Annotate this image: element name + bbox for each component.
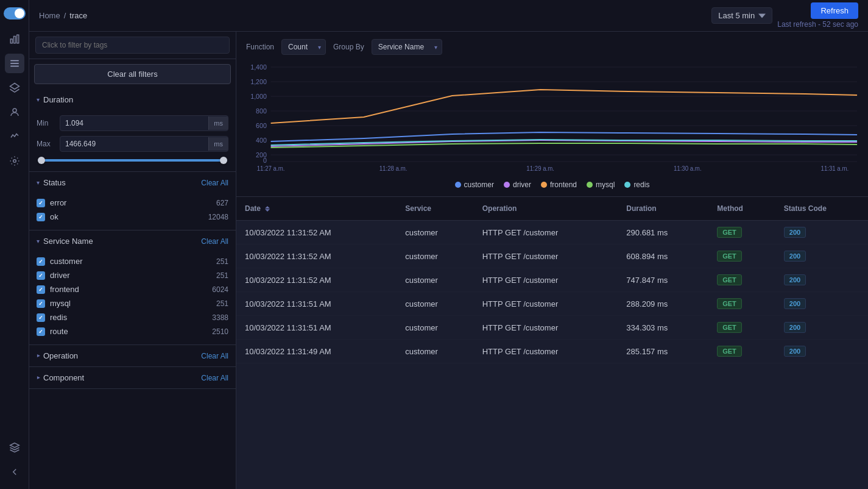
- slider-thumb-left[interactable]: [38, 157, 45, 164]
- duration-min-input[interactable]: [60, 116, 208, 130]
- component-label: Component: [43, 373, 84, 382]
- chart-svg-wrap: 1,400 1,200 1,000 800 600 400 200 0: [246, 62, 858, 177]
- filter-section-component-title: ▾ Component: [37, 373, 84, 382]
- refresh-button[interactable]: Refresh: [811, 2, 858, 19]
- cell-service: customer: [397, 340, 473, 363]
- slider-thumb-right[interactable]: [220, 157, 227, 164]
- breadcrumb-home[interactable]: Home: [39, 11, 60, 20]
- cell-service: customer: [397, 268, 473, 292]
- svg-point-8: [13, 160, 16, 163]
- tag-filter-input[interactable]: [35, 37, 230, 54]
- status-clear-button[interactable]: Clear All: [201, 179, 228, 187]
- col-method[interactable]: Method: [708, 197, 775, 221]
- cell-date: 10/03/2022 11:31:52 AM: [236, 245, 397, 268]
- status-item-error: error 627: [37, 196, 228, 210]
- filter-section-operation-header[interactable]: ▾ Operation Clear All: [29, 345, 236, 366]
- status-chevron-icon: ▾: [37, 179, 40, 186]
- time-selector[interactable]: Last 5 min: [711, 7, 772, 24]
- legend-item-redis: redis: [624, 180, 649, 189]
- last-refresh-text: Last refresh - 52 sec ago: [777, 20, 858, 29]
- col-date[interactable]: Date: [236, 197, 397, 221]
- table-row[interactable]: 10/03/2022 11:31:51 AM customer HTTP GET…: [236, 292, 868, 316]
- legend-label-frontend: frontend: [550, 180, 577, 189]
- toggle-switch[interactable]: [4, 7, 26, 20]
- icon-rail: [0, 0, 29, 489]
- cell-duration: 288.209 ms: [618, 292, 708, 316]
- service-redis-checkbox[interactable]: [37, 313, 45, 322]
- table-row[interactable]: 10/03/2022 11:31:49 AM customer HTTP GET…: [236, 340, 868, 363]
- breadcrumb: Home / trace: [39, 11, 87, 20]
- legend-label-customer: customer: [464, 180, 494, 189]
- method-badge: GET: [717, 251, 742, 262]
- svg-text:400: 400: [256, 137, 267, 144]
- top-bar: Home / trace Last 5 min Refresh Last ref…: [29, 0, 868, 32]
- svg-text:11:28 a.m.: 11:28 a.m.: [379, 165, 408, 172]
- table-row[interactable]: 10/03/2022 11:31:51 AM customer HTTP GET…: [236, 316, 868, 340]
- main-layout: Home / trace Last 5 min Refresh Last ref…: [29, 0, 868, 489]
- service-frontend-checkbox[interactable]: [37, 285, 45, 294]
- cell-operation: HTTP GET /customer: [474, 316, 618, 340]
- legend-dot-frontend: [541, 182, 547, 188]
- function-select[interactable]: Count: [281, 39, 326, 55]
- filter-section-duration-header[interactable]: ▾ Duration: [29, 89, 236, 110]
- duration-min-input-wrap: ms: [60, 115, 228, 131]
- group-by-select[interactable]: Service Name: [372, 39, 442, 55]
- filter-section-status: ▾ Status Clear All error 627: [29, 172, 236, 230]
- cell-date: 10/03/2022 11:31:51 AM: [236, 292, 397, 316]
- svg-text:1,200: 1,200: [250, 78, 267, 85]
- table-row[interactable]: 10/03/2022 11:31:52 AM customer HTTP GET…: [236, 221, 868, 245]
- cell-method: GET: [708, 316, 775, 340]
- service-frontend-name: frontend: [50, 285, 79, 294]
- tag-filter-bar: [29, 32, 236, 59]
- status-error-checkbox[interactable]: [37, 199, 45, 207]
- duration-max-input-wrap: ms: [60, 136, 228, 152]
- service-route-checkbox[interactable]: [37, 327, 45, 336]
- cell-duration: 334.303 ms: [618, 316, 708, 340]
- legend-label-redis: redis: [633, 180, 649, 189]
- component-clear-button[interactable]: Clear All: [201, 374, 228, 382]
- rail-icon-list[interactable]: [5, 54, 24, 73]
- status-code-badge: 200: [784, 227, 806, 238]
- col-status-code[interactable]: Status Code: [775, 197, 868, 221]
- filter-section-service-name-header[interactable]: ▾ Service Name Clear All: [29, 230, 236, 252]
- col-operation[interactable]: Operation: [474, 197, 618, 221]
- service-name-item-driver: driver 251: [37, 268, 228, 282]
- filter-section-component-header[interactable]: ▾ Component Clear All: [29, 367, 236, 388]
- rail-icon-plugin[interactable]: [5, 438, 24, 457]
- service-driver-checkbox[interactable]: [37, 271, 45, 280]
- clear-all-filters-button[interactable]: Clear all filters: [34, 64, 231, 84]
- operation-clear-button[interactable]: Clear All: [201, 352, 228, 360]
- group-by-label: Group By: [333, 43, 364, 51]
- legend-dot-customer: [455, 182, 461, 188]
- rail-icon-user[interactable]: [5, 102, 24, 122]
- service-redis-name: redis: [50, 313, 67, 322]
- col-duration[interactable]: Duration: [618, 197, 708, 221]
- table-row[interactable]: 10/03/2022 11:31:52 AM customer HTTP GET…: [236, 245, 868, 268]
- service-name-item-customer: customer 251: [37, 254, 228, 268]
- service-name-item-mysql: mysql 251: [37, 296, 228, 310]
- table-row[interactable]: 10/03/2022 11:31:52 AM customer HTTP GET…: [236, 268, 868, 292]
- rail-icon-chart[interactable]: [5, 29, 24, 49]
- col-service[interactable]: Service: [397, 197, 473, 221]
- rail-icon-layers[interactable]: [5, 78, 24, 98]
- legend-item-driver: driver: [504, 180, 531, 189]
- status-ok-checkbox[interactable]: [37, 213, 45, 221]
- duration-slider[interactable]: [37, 157, 228, 164]
- cell-method: GET: [708, 221, 775, 245]
- service-mysql-count: 251: [216, 299, 228, 308]
- top-bar-right: Last 5 min Refresh Last refresh - 52 sec…: [711, 2, 858, 29]
- service-mysql-checkbox[interactable]: [37, 299, 45, 308]
- status-error-name: error: [50, 198, 66, 207]
- legend-label-mysql: mysql: [596, 180, 615, 189]
- duration-max-input[interactable]: [60, 137, 208, 151]
- legend-dot-redis: [624, 182, 630, 188]
- service-name-clear-button[interactable]: Clear All: [201, 237, 228, 246]
- filter-section-service-name-title: ▾ Service Name: [37, 237, 93, 246]
- cell-service: customer: [397, 221, 473, 245]
- service-customer-checkbox[interactable]: [37, 257, 45, 266]
- service-route-name: route: [50, 327, 68, 336]
- rail-icon-collapse[interactable]: [5, 462, 24, 482]
- filter-section-status-header[interactable]: ▾ Status Clear All: [29, 172, 236, 193]
- rail-icon-settings[interactable]: [5, 151, 24, 171]
- rail-icon-analytics[interactable]: [5, 127, 24, 146]
